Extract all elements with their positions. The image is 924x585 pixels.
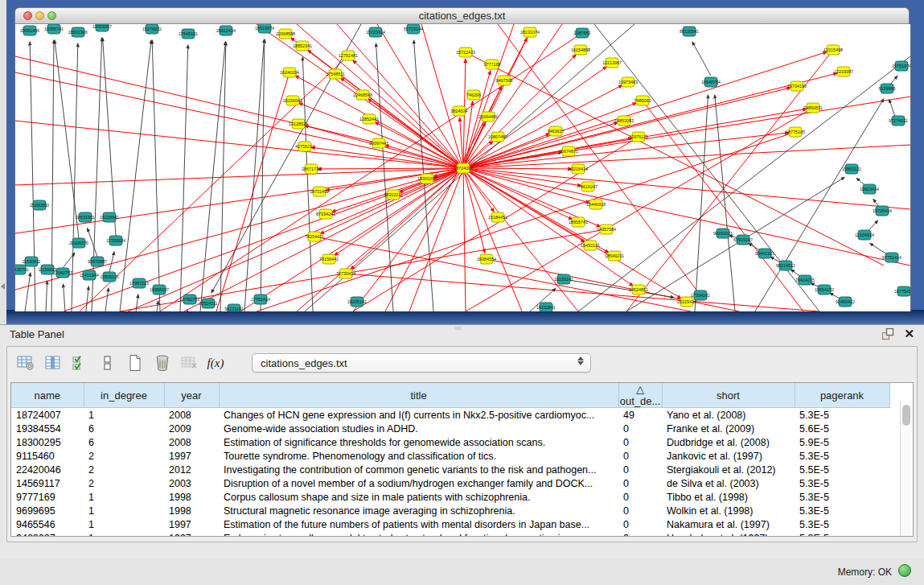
table-cell[interactable]: 5.3E-5 — [795, 504, 889, 517]
table-cell[interactable]: 18300295 — [11, 435, 84, 449]
table-selector-dropdown[interactable]: citations_edges.txt — [252, 353, 591, 373]
memory-ok-led-icon[interactable] — [898, 564, 911, 577]
graph-node[interactable]: 16958107 — [150, 285, 169, 295]
table-cell[interactable]: 0 — [618, 517, 662, 531]
table-cell[interactable]: 1 — [84, 517, 164, 531]
table-cell[interactable]: Stergiakouli et al. (2012) — [662, 463, 795, 476]
table-cell[interactable]: 2008 — [164, 408, 219, 422]
table-cell[interactable]: 22420046 — [11, 463, 84, 476]
table-cell[interactable]: 2 — [84, 449, 164, 463]
table-cell[interactable]: 0 — [618, 476, 662, 490]
table-cell[interactable]: Estimation of the future numbers of pati… — [219, 517, 618, 531]
table-cell[interactable]: Corpus callosum shape and size in male p… — [219, 490, 618, 504]
panel-collapse-arrow-icon[interactable] — [1, 283, 5, 290]
graph-node[interactable]: 12975115 — [629, 132, 648, 142]
column-header-name[interactable]: name — [11, 383, 84, 408]
table-cell[interactable]: 0 — [618, 490, 662, 504]
graph-node[interactable]: 10923414 — [860, 184, 879, 194]
column-header-title[interactable]: title — [219, 383, 618, 408]
graph-node[interactable]: 97274931 — [889, 116, 908, 126]
graph-node[interactable]: 16775414 — [894, 286, 911, 296]
table-cell[interactable]: 18724007 — [11, 408, 84, 422]
graph-node[interactable]: 76730414 — [336, 269, 355, 278]
graph-node[interactable]: 10553267 — [92, 24, 112, 31]
network-canvas[interactable]: 1872400718300295193845542206858818852341… — [14, 24, 911, 311]
graph-node[interactable]: 13216414 — [569, 164, 588, 174]
graph-node[interactable]: 15136141 — [554, 274, 573, 284]
table-cell[interactable]: 1 — [84, 408, 164, 422]
column-header-in_degree[interactable]: in_degree — [84, 383, 164, 408]
table-row[interactable]: 1830029562008Estimation of significance … — [11, 435, 889, 449]
graph-node[interactable]: 67751414 — [882, 253, 901, 262]
table-cell[interactable]: 2 — [84, 476, 164, 490]
table-cell[interactable]: Structural magnetic resonance image aver… — [219, 504, 618, 517]
delete-file-button[interactable] — [152, 352, 173, 373]
table-cell[interactable]: 1997 — [164, 531, 219, 537]
table-cell[interactable]: Jankovic et al. (1997) — [662, 449, 795, 463]
scrollbar-thumb[interactable] — [902, 405, 910, 426]
table-vertical-scrollbar[interactable] — [900, 400, 913, 536]
graph-node[interactable]: 17359924 — [106, 236, 125, 245]
column-header-short[interactable]: short — [662, 383, 795, 408]
table-cell[interactable]: Wolkin et al. (1998) — [662, 504, 795, 517]
table-cell[interactable]: Franke et al. (2009) — [662, 422, 795, 435]
close-traffic-light-icon[interactable] — [23, 11, 32, 20]
table-cell[interactable]: 49 — [618, 408, 662, 422]
graph-node[interactable]: 20097447 — [369, 138, 388, 148]
graph-node[interactable]: 9463627 — [548, 126, 565, 136]
graph-node[interactable]: 19734193 — [787, 81, 807, 91]
table-cell[interactable]: Tourette syndrome. Phenomenology and cla… — [219, 449, 618, 463]
graph-node[interactable]: 98214512 — [776, 261, 795, 270]
table-cell[interactable]: 0 — [618, 422, 662, 435]
table-cell[interactable]: Genome-wide association studies in ADHD. — [219, 422, 618, 435]
graph-node[interactable]: 55723144 — [404, 24, 423, 34]
graph-node[interactable]: 10674871 — [559, 146, 578, 156]
column-header-out_de[interactable]: △ out_de... — [618, 383, 662, 408]
table-cell[interactable]: 9115460 — [11, 449, 84, 463]
network-window[interactable]: citations_edges.txt 18724007183002951938… — [14, 7, 910, 311]
table-cell[interactable]: 2009 — [164, 422, 219, 435]
table-cell[interactable]: 0 — [618, 504, 662, 517]
graph-node[interactable]: 39135741 — [14, 265, 29, 274]
table-settings-button[interactable] — [15, 352, 36, 373]
table-row[interactable]: 911546021997Tourette syndrome. Phenomeno… — [11, 449, 889, 463]
new-file-button[interactable] — [125, 352, 146, 373]
graph-node[interactable]: 87334241 — [316, 209, 335, 219]
graph-node[interactable]: 22068588 — [276, 29, 295, 39]
table-row[interactable]: 946554611997Estimation of the future num… — [11, 517, 889, 531]
graph-node[interactable]: 16782753 — [180, 295, 199, 304]
float-window-icon[interactable] — [881, 328, 894, 340]
graph-node[interactable]: 12213967 — [602, 58, 622, 68]
graph-node[interactable]: 10355741 — [44, 24, 64, 34]
table-cell[interactable]: 5.3E-5 — [795, 517, 889, 531]
function-builder-button[interactable]: f(x) — [207, 352, 228, 373]
graph-node[interactable]: 12942757 — [53, 268, 72, 278]
graph-node[interactable]: 14132841 — [536, 303, 556, 311]
graph-node[interactable]: 78254421 — [305, 232, 324, 241]
show-columns-button[interactable] — [43, 352, 64, 373]
table-cell[interactable]: 5.3E-5 — [795, 408, 889, 422]
delete-table-button[interactable] — [179, 352, 200, 373]
table-cell[interactable]: Yano et al. (2008) — [662, 408, 795, 422]
table-cell[interactable]: 5.3E-5 — [795, 531, 889, 537]
select-columns-button[interactable] — [70, 352, 91, 373]
graph-node[interactable]: 20364486 — [478, 112, 498, 122]
graph-node[interactable]: 15184451 — [488, 212, 507, 222]
table-cell[interactable]: 14569117 — [11, 476, 84, 490]
graph-node[interactable]: 15751074 — [892, 61, 911, 71]
graph-node[interactable]: 19726414 — [873, 206, 892, 216]
table-cell[interactable]: 1 — [84, 490, 164, 504]
graph-node[interactable]: 20691406 — [20, 26, 39, 35]
close-panel-icon[interactable]: ✕ — [904, 328, 914, 340]
graph-node[interactable]: 22468548 — [353, 90, 372, 100]
minimize-traffic-light-icon[interactable] — [35, 11, 44, 20]
table-cell[interactable]: 2 — [84, 463, 164, 476]
graph-node[interactable]: 20206576 — [69, 238, 88, 248]
table-cell[interactable]: 6 — [84, 422, 164, 435]
table-cell[interactable]: 1 — [84, 504, 164, 517]
table-cell[interactable]: de Silva et al. (2003) — [662, 476, 795, 490]
table-panel-header[interactable]: Table Panel ✕ — [0, 325, 924, 344]
graph-node[interactable]: 9777169 — [484, 60, 501, 69]
table-row[interactable]: 969969511998Structural magnetic resonanc… — [11, 504, 889, 517]
graph-node[interactable]: 28671732 — [302, 164, 321, 174]
